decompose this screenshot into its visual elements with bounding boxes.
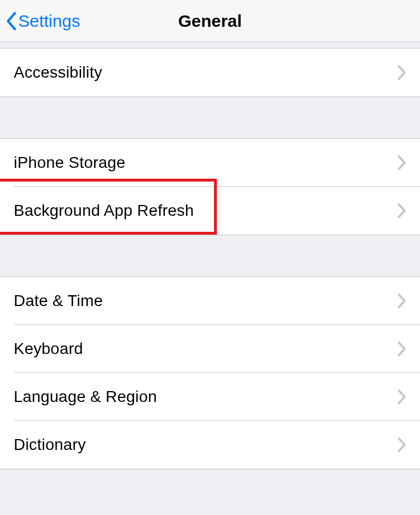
chevron-right-icon bbox=[397, 65, 406, 81]
row-label: Keyboard bbox=[14, 340, 83, 358]
chevron-right-icon bbox=[397, 341, 406, 357]
row-background-app-refresh[interactable]: Background App Refresh bbox=[0, 187, 420, 235]
settings-group-storage: iPhone Storage Background App Refresh bbox=[0, 138, 420, 235]
section-gap bbox=[0, 42, 420, 48]
section-gap bbox=[0, 235, 420, 276]
back-button[interactable]: Settings bbox=[6, 11, 80, 31]
settings-group-accessibility: Accessibility bbox=[0, 48, 420, 97]
chevron-right-icon bbox=[397, 389, 406, 405]
back-button-label: Settings bbox=[18, 11, 80, 31]
row-label: Language & Region bbox=[14, 388, 157, 406]
row-label: Accessibility bbox=[14, 63, 102, 82]
row-label: Dictionary bbox=[14, 436, 86, 454]
chevron-right-icon bbox=[397, 203, 406, 219]
row-label: Background App Refresh bbox=[14, 202, 194, 220]
row-date-time[interactable]: Date & Time bbox=[0, 277, 420, 325]
row-label: Date & Time bbox=[14, 292, 103, 310]
row-label: iPhone Storage bbox=[14, 154, 126, 172]
navigation-bar: Settings General bbox=[0, 0, 420, 42]
chevron-right-icon bbox=[397, 437, 406, 453]
row-keyboard[interactable]: Keyboard bbox=[0, 325, 420, 373]
row-dictionary[interactable]: Dictionary bbox=[0, 421, 420, 469]
chevron-right-icon bbox=[397, 293, 406, 309]
settings-group-system: Date & Time Keyboard Language & Region D… bbox=[0, 276, 420, 469]
section-gap bbox=[0, 469, 420, 510]
chevron-right-icon bbox=[397, 155, 406, 171]
section-gap bbox=[0, 97, 420, 138]
row-iphone-storage[interactable]: iPhone Storage bbox=[0, 139, 420, 187]
chevron-left-icon bbox=[6, 11, 17, 31]
row-accessibility[interactable]: Accessibility bbox=[0, 49, 420, 96]
page-title: General bbox=[178, 11, 242, 31]
row-language-region[interactable]: Language & Region bbox=[0, 373, 420, 421]
